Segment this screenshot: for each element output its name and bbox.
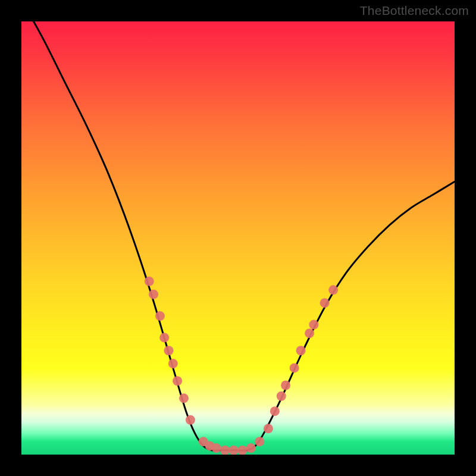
data-marker (281, 381, 290, 390)
data-marker (159, 333, 169, 342)
watermark-text: TheBottleneck.com (360, 4, 469, 18)
data-marker (309, 320, 318, 330)
data-marker (145, 277, 154, 286)
plot-area (21, 21, 455, 455)
data-marker (173, 376, 182, 386)
data-marker (149, 290, 158, 299)
data-marker (305, 328, 314, 338)
data-marker (229, 446, 239, 455)
data-marker (164, 346, 174, 355)
data-marker (155, 311, 165, 321)
curve-layer (21, 21, 455, 450)
data-marker (296, 346, 306, 355)
data-marker (277, 392, 286, 401)
chart-frame: TheBottleneck.com (0, 0, 476, 476)
bottleneck-curve (21, 21, 455, 450)
data-marker (264, 424, 273, 433)
data-marker (220, 446, 230, 455)
data-marker (186, 415, 195, 425)
data-marker (320, 298, 330, 308)
data-marker (290, 363, 299, 372)
data-marker (246, 443, 256, 453)
chart-svg (21, 21, 455, 455)
data-marker (179, 393, 189, 403)
data-marker (168, 359, 178, 368)
marker-layer (145, 277, 338, 455)
data-marker (328, 285, 338, 295)
data-marker (255, 437, 264, 446)
data-marker (270, 406, 280, 416)
data-marker (212, 443, 221, 453)
data-marker (237, 446, 247, 455)
